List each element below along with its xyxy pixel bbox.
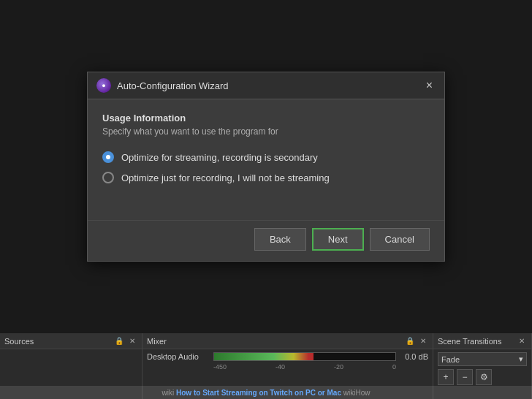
- transitions-dropdown-icon: ▾: [519, 354, 523, 364]
- sources-header-icons: 🔒 ✕: [114, 336, 137, 346]
- back-button[interactable]: Back: [254, 228, 306, 251]
- radio-option-1[interactable]: Optimize for streaming, recording is sec…: [102, 151, 430, 163]
- transitions-label: Scene Transitions: [438, 337, 501, 346]
- audio-level-bar: [213, 352, 396, 361]
- mixer-panel-header: Mixer 🔒 ✕: [142, 333, 433, 349]
- radio-circle-2[interactable]: [102, 172, 114, 183]
- dialog-footer: Back Next Cancel: [88, 220, 444, 261]
- next-button[interactable]: Next: [312, 228, 364, 251]
- wiki-watermark: wiki How to Start Streaming on Twitch on…: [0, 386, 532, 399]
- transitions-buttons: + − ⚙: [438, 369, 527, 385]
- audio-db-value: 0.0 dB: [400, 352, 428, 361]
- cancel-button[interactable]: Cancel: [370, 228, 430, 251]
- auto-config-dialog: ● Auto-Configuration Wizard × Usage Info…: [87, 72, 445, 262]
- sources-lock-icon[interactable]: 🔒: [114, 336, 124, 346]
- scale-2: -40: [276, 363, 285, 370]
- radio-label-2: Optimize just for recording, I will not …: [121, 172, 330, 183]
- sources-label: Sources: [4, 337, 34, 346]
- section-title: Usage Information: [102, 113, 430, 123]
- transitions-add-button[interactable]: +: [438, 369, 454, 385]
- dialog-close-button[interactable]: ×: [423, 78, 436, 93]
- mixer-label: Mixer: [147, 337, 167, 346]
- audio-meter-scale: -450 -40 -20 0: [213, 363, 396, 370]
- sources-panel-header: Sources 🔒 ✕: [0, 333, 142, 349]
- radio-group: Optimize for streaming, recording is sec…: [102, 151, 430, 183]
- transitions-selected-value: Fade: [441, 355, 460, 364]
- scale-4: 0: [392, 363, 396, 370]
- transitions-panel-header: Scene Transitions ✕: [433, 333, 531, 349]
- section-subtitle: Specify what you want to use the program…: [102, 126, 430, 137]
- obs-logo-icon: ●: [96, 78, 111, 93]
- desktop-audio-track: Desktop Audio 0.0 dB: [147, 352, 428, 361]
- obs-main-window: ● Auto-Configuration Wizard × Usage Info…: [0, 0, 532, 399]
- mixer-lock-icon[interactable]: 🔒: [405, 336, 415, 346]
- dialog-body: Usage Information Specify what you want …: [88, 99, 444, 220]
- transitions-header-icons: ✕: [517, 336, 527, 346]
- scale-1: -450: [213, 363, 227, 370]
- dialog-title-left: ● Auto-Configuration Wizard: [96, 78, 228, 93]
- scale-3: -20: [334, 363, 343, 370]
- desktop-audio-label: Desktop Audio: [147, 352, 209, 361]
- wiki-suffix: wikiHow: [343, 389, 370, 397]
- wiki-prefix: wiki: [162, 389, 175, 397]
- mixer-header-icons: 🔒 ✕: [405, 336, 428, 346]
- dialog-titlebar: ● Auto-Configuration Wizard ×: [88, 72, 444, 99]
- transitions-remove-button[interactable]: −: [457, 369, 473, 385]
- wiki-bold-text: How to Start Streaming on Twitch on PC o…: [176, 389, 341, 397]
- modal-overlay: ● Auto-Configuration Wizard × Usage Info…: [0, 0, 532, 333]
- mixer-close-icon[interactable]: ✕: [418, 336, 428, 346]
- transitions-select[interactable]: Fade ▾: [438, 352, 527, 366]
- radio-label-1: Optimize for streaming, recording is sec…: [121, 152, 318, 163]
- radio-option-2[interactable]: Optimize just for recording, I will not …: [102, 172, 430, 183]
- dialog-title: Auto-Configuration Wizard: [117, 80, 228, 91]
- transitions-close-icon[interactable]: ✕: [517, 336, 527, 346]
- radio-circle-1[interactable]: [102, 151, 114, 163]
- audio-level-fill: [214, 353, 314, 360]
- transitions-gear-button[interactable]: ⚙: [476, 369, 492, 385]
- sources-close-icon[interactable]: ✕: [127, 336, 137, 346]
